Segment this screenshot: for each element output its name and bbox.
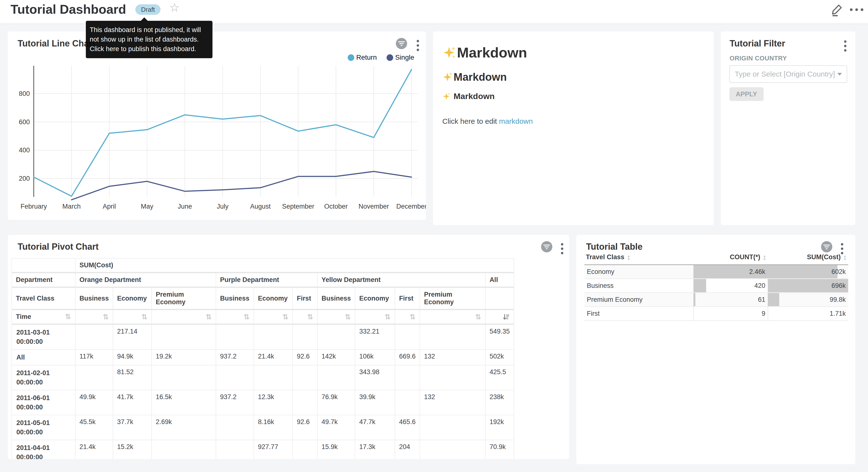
sort-toggle-icon[interactable]: ⇅ bbox=[282, 313, 288, 321]
pivot-value-cell: 39.9k bbox=[355, 390, 395, 415]
sort-toggle-icon[interactable]: ⇅ bbox=[244, 313, 250, 321]
favorite-star-icon[interactable]: ☆ bbox=[169, 0, 180, 14]
pivot-value-cell bbox=[152, 325, 216, 350]
chevron-down-icon bbox=[837, 73, 842, 76]
table-row: Business420696k bbox=[584, 279, 848, 293]
pivot-value-cell: 465.6 bbox=[395, 415, 420, 440]
pivot-value-cell: 41.7k bbox=[113, 390, 152, 415]
pivot-row-label: 2011-06-01 00:00:00 bbox=[12, 390, 75, 415]
filter-indicator-icon[interactable] bbox=[541, 241, 553, 253]
pivot-value-cell bbox=[293, 325, 318, 350]
pivot-value-cell: 502k bbox=[486, 350, 514, 365]
pivot-row: 2011-03-01 00:00:00217.14332.21549.35 bbox=[12, 325, 514, 350]
status-badge[interactable]: Draft bbox=[135, 4, 160, 15]
markdown-edit-link[interactable]: markdown bbox=[499, 117, 533, 125]
filter-menu-kebab-icon[interactable] bbox=[843, 39, 848, 53]
pivot-sort-cell: ⇅ bbox=[395, 310, 420, 325]
pivot-metric-header: SUM(Cost) bbox=[75, 259, 514, 273]
sort-descending-icon[interactable] bbox=[502, 313, 510, 321]
sort-toggle-icon[interactable]: ⇅ bbox=[103, 313, 109, 321]
tooltip-caret bbox=[141, 18, 148, 21]
table-panel-title: Tutorial Table bbox=[586, 242, 643, 252]
col-header-count[interactable]: COUNT(*)▲▼ bbox=[693, 251, 768, 265]
pivot-value-cell: 217.14 bbox=[113, 325, 152, 350]
pivot-value-cell: 19.2k bbox=[152, 350, 216, 365]
sum-cell: 602k bbox=[768, 265, 848, 279]
svg-text:April: April bbox=[103, 203, 116, 210]
pivot-value-cell: 132 bbox=[420, 350, 486, 365]
markdown-paragraph: Click here to edit markdown bbox=[442, 117, 533, 125]
pivot-value-cell: 17.3k bbox=[355, 440, 395, 459]
pivot-value-cell bbox=[254, 365, 293, 390]
edit-pencil-icon[interactable] bbox=[831, 3, 843, 17]
pivot-sort-cell: ⇅ bbox=[113, 310, 152, 325]
sort-toggle-icon[interactable]: ⇅ bbox=[384, 313, 391, 321]
pivot-value-cell: 106k bbox=[355, 350, 395, 365]
sort-toggle-icon[interactable]: ⇅ bbox=[409, 313, 416, 321]
pivot-value-cell bbox=[318, 365, 355, 390]
pivot-value-cell: 192k bbox=[486, 415, 514, 440]
pivot-value-cell: 12.3k bbox=[254, 390, 293, 415]
pivot-value-cell bbox=[216, 365, 254, 390]
pivot-value-cell: 8.16k bbox=[254, 415, 293, 440]
table-row: Premium Economy6199.8k bbox=[584, 293, 848, 307]
pivot-value-cell bbox=[420, 325, 486, 350]
sort-toggle-icon[interactable]: ⇅ bbox=[141, 313, 148, 321]
pivot-sort-cell bbox=[486, 310, 514, 325]
pivot-value-cell bbox=[293, 365, 318, 390]
svg-text:February: February bbox=[21, 203, 47, 210]
pivot-value-cell: 92.6 bbox=[293, 415, 318, 440]
pivot-value-cell: 37.7k bbox=[113, 415, 152, 440]
count-cell: 420 bbox=[693, 279, 768, 293]
apply-button[interactable]: APPLY bbox=[730, 87, 764, 101]
pivot-row-label: 2011-02-01 00:00:00 bbox=[12, 365, 75, 390]
pivot-department-header: Orange Department bbox=[75, 273, 216, 288]
origin-country-select[interactable]: Type or Select [Origin Country] bbox=[730, 65, 847, 83]
pivot-travel-class-header: Business bbox=[216, 288, 254, 310]
sort-toggle-icon[interactable]: ⇅ bbox=[345, 313, 351, 321]
sort-toggle-icon[interactable]: ⇅ bbox=[65, 313, 71, 320]
data-table-panel: Tutorial Table Travel Class▲▼ COUNT(*)▲▼… bbox=[576, 235, 855, 464]
pivot-value-cell bbox=[152, 440, 216, 459]
markdown-h2: Markdown bbox=[442, 71, 533, 83]
pivot-row: 2011-02-01 00:00:0081.52343.98425.5 bbox=[12, 365, 514, 390]
pivot-value-cell: 15.2k bbox=[113, 440, 152, 459]
pivot-value-cell bbox=[293, 390, 318, 415]
sparkles-icon bbox=[442, 45, 457, 60]
app-header: Tutorial Dashboard Draft ☆ bbox=[0, 0, 868, 24]
svg-text:July: July bbox=[217, 203, 228, 210]
pivot-value-cell: 549.35 bbox=[486, 325, 514, 350]
svg-text:May: May bbox=[141, 203, 154, 210]
pivot-row: 2011-05-01 00:00:0045.5k37.7k2.69k8.16k9… bbox=[12, 415, 514, 440]
svg-text:December: December bbox=[396, 203, 426, 210]
sort-icon[interactable]: ▲▼ bbox=[763, 254, 766, 261]
sort-toggle-icon[interactable]: ⇅ bbox=[475, 313, 481, 321]
pivot-value-cell: 937.2 bbox=[216, 390, 254, 415]
sort-icon[interactable]: ▲▼ bbox=[627, 254, 630, 261]
sort-icon[interactable]: ▲▼ bbox=[843, 254, 847, 261]
pivot-value-cell: 132 bbox=[420, 390, 486, 415]
pivot-department-header: All bbox=[486, 273, 514, 288]
pivot-value-cell: 45.5k bbox=[75, 415, 113, 440]
pivot-row: 2011-06-01 00:00:0049.9k41.7k16.5k937.21… bbox=[12, 390, 514, 415]
pivot-value-cell: 70.9k bbox=[486, 440, 514, 459]
pivot-value-cell bbox=[395, 390, 420, 415]
pivot-travel-class-header: Economy bbox=[113, 288, 152, 310]
sort-toggle-icon[interactable]: ⇅ bbox=[307, 313, 313, 321]
chart-menu-kebab-icon[interactable] bbox=[559, 242, 565, 256]
svg-text:November: November bbox=[359, 203, 389, 210]
more-options-icon[interactable] bbox=[850, 8, 863, 11]
col-header-sum-cost[interactable]: SUM(Cost)▲▼ bbox=[768, 251, 848, 265]
pivot-sort-cell: ⇅ bbox=[355, 310, 395, 325]
sort-toggle-icon[interactable]: ⇅ bbox=[206, 313, 212, 321]
svg-text:600: 600 bbox=[19, 118, 30, 126]
line-chart-plot[interactable]: 200400600800FebruaryMarchAprilMayJuneJul… bbox=[8, 32, 426, 220]
count-cell: 61 bbox=[693, 293, 768, 307]
col-header-travel-class[interactable]: Travel Class▲▼ bbox=[584, 251, 693, 265]
pivot-value-cell bbox=[420, 365, 486, 390]
pivot-sort-cell: Time⇅ bbox=[12, 310, 75, 325]
pivot-sort-cell: ⇅ bbox=[420, 310, 486, 325]
table-row: Economy2.46k602k bbox=[584, 265, 848, 279]
pivot-value-cell: 81.52 bbox=[113, 365, 152, 390]
pivot-value-cell: 204 bbox=[395, 440, 420, 459]
